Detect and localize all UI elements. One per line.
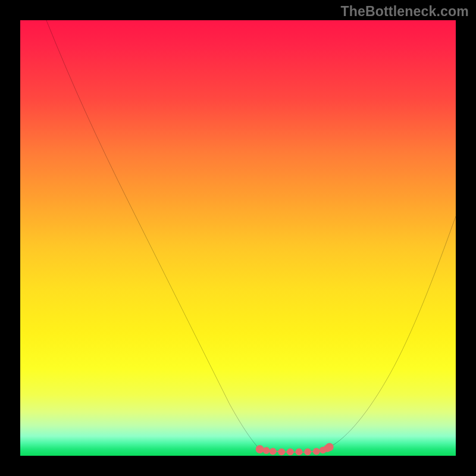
marker-dot	[296, 449, 303, 456]
chart-frame: TheBottleneck.com	[0, 0, 476, 476]
chart-svg	[20, 20, 456, 456]
plot-area	[20, 20, 456, 456]
marker-dot	[313, 448, 320, 455]
marker-dot	[325, 443, 334, 451]
marker-dot	[287, 449, 294, 456]
curve-left-path	[46, 20, 260, 449]
marker-dot	[270, 448, 277, 455]
marker-dot	[304, 449, 311, 456]
watermark-text: TheBottleneck.com	[340, 4, 469, 20]
marker-dot	[256, 445, 264, 453]
curve-group	[46, 20, 456, 452]
marker-dot	[278, 449, 285, 456]
marker-dot	[263, 447, 270, 454]
curve-right-path	[330, 216, 456, 447]
marker-group	[256, 443, 334, 455]
